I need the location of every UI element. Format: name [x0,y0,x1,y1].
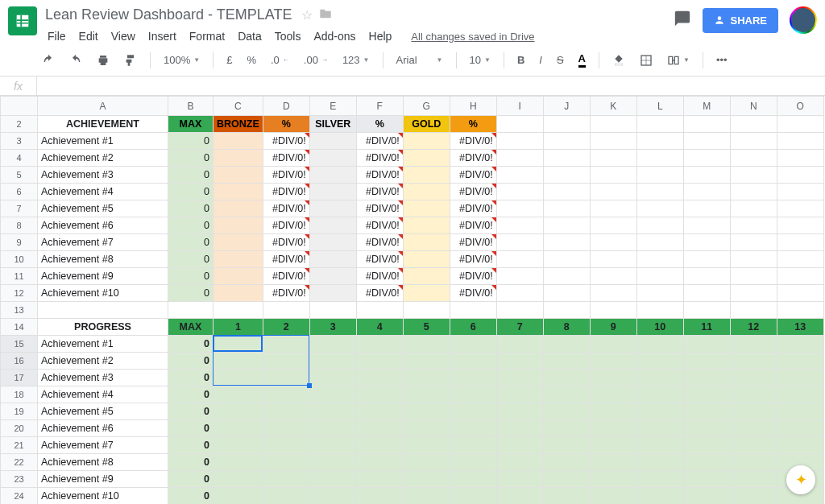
progress-max-value[interactable]: 0 [168,370,214,386]
silver-value[interactable] [309,184,356,200]
progress-cell[interactable] [214,353,263,370]
cell[interactable] [730,116,777,133]
cell[interactable] [214,302,263,319]
cell[interactable] [730,268,777,285]
silver-pct-error[interactable]: #DIV/0! [356,268,403,285]
cell[interactable] [636,184,683,200]
max-value[interactable]: 0 [168,184,214,200]
silver-pct-error[interactable]: #DIV/0! [356,167,403,184]
menu-data[interactable]: Data [232,27,267,46]
borders-button[interactable] [635,51,657,70]
progress-cell[interactable] [730,370,777,386]
cell[interactable] [263,302,309,319]
progress-cell[interactable] [730,454,777,471]
cell[interactable] [543,251,590,268]
max-header[interactable]: MAX [168,116,214,133]
progress-cell[interactable] [496,488,543,505]
col-header-C[interactable]: C [214,97,263,116]
progress-label[interactable]: Achievement #10 [38,488,168,505]
percent-format[interactable]: % [242,51,261,69]
progress-cell[interactable] [636,420,683,437]
bronze-value[interactable] [214,268,263,285]
cell[interactable] [543,285,590,302]
more-toolbar-icon[interactable]: ••• [711,51,732,69]
bronze-value[interactable] [214,150,263,167]
col-header-H[interactable]: H [450,97,496,116]
progress-cell[interactable] [450,454,496,471]
progress-max-header[interactable]: MAX [168,319,214,336]
progress-cell[interactable] [450,488,496,505]
cell[interactable] [683,285,730,302]
progress-cell[interactable] [543,488,590,505]
cell[interactable] [496,268,543,285]
row-header-5[interactable]: 5 [1,167,38,184]
gold-value[interactable] [403,150,450,167]
progress-col-12[interactable]: 12 [730,319,777,336]
cell[interactable] [730,234,777,251]
cell[interactable] [309,302,356,319]
silver-value[interactable] [309,251,356,268]
progress-cell[interactable] [636,403,683,420]
progress-cell[interactable] [450,353,496,370]
progress-cell[interactable] [356,353,403,370]
share-button[interactable]: SHARE [703,8,778,33]
gold-pct-error[interactable]: #DIV/0! [450,167,496,184]
progress-cell[interactable] [356,454,403,471]
cell[interactable] [636,167,683,184]
cell[interactable] [450,302,496,319]
progress-cell[interactable] [730,336,777,353]
progress-cell[interactable] [450,420,496,437]
silver-pct-error[interactable]: #DIV/0! [356,150,403,167]
cell[interactable] [683,200,730,217]
progress-max-value[interactable]: 0 [168,471,214,488]
bronze-pct-error[interactable]: #DIV/0! [263,268,309,285]
progress-cell[interactable] [683,353,730,370]
progress-col-7[interactable]: 7 [496,319,543,336]
progress-cell[interactable] [403,353,450,370]
progress-cell[interactable] [496,336,543,353]
cell[interactable] [730,184,777,200]
progress-cell[interactable] [730,353,777,370]
cell[interactable] [636,200,683,217]
col-header-I[interactable]: I [496,97,543,116]
progress-cell[interactable] [730,386,777,403]
cell[interactable] [636,234,683,251]
account-avatar[interactable] [790,6,817,34]
progress-cell[interactable] [543,370,590,386]
cell[interactable] [777,251,823,268]
progress-col-9[interactable]: 9 [590,319,636,336]
row-header-2[interactable]: 2 [1,116,38,133]
achievement-header[interactable]: ACHIEVEMENT [38,116,168,133]
col-header-N[interactable]: N [730,97,777,116]
col-header-F[interactable]: F [356,97,403,116]
gold-pct-error[interactable]: #DIV/0! [450,217,496,234]
cell[interactable] [496,302,543,319]
progress-cell[interactable] [777,370,823,386]
progress-cell[interactable] [777,420,823,437]
progress-cell[interactable] [309,370,356,386]
progress-cell[interactable] [590,488,636,505]
cell[interactable] [38,302,168,319]
progress-max-value[interactable]: 0 [168,437,214,454]
cell[interactable] [590,285,636,302]
cell[interactable] [683,234,730,251]
progress-col-11[interactable]: 11 [683,319,730,336]
col-header-D[interactable]: D [263,97,309,116]
progress-cell[interactable] [730,420,777,437]
gold-value[interactable] [403,251,450,268]
progress-cell[interactable] [263,370,309,386]
progress-cell[interactable] [683,336,730,353]
cell[interactable] [636,251,683,268]
row-header-21[interactable]: 21 [1,437,38,454]
progress-cell[interactable] [636,370,683,386]
folder-icon[interactable] [319,8,332,23]
progress-cell[interactable] [214,370,263,386]
progress-header[interactable]: PROGRESS [38,319,168,336]
cell[interactable] [636,150,683,167]
cell[interactable] [496,217,543,234]
progress-cell[interactable] [450,386,496,403]
row-header-11[interactable]: 11 [1,268,38,285]
progress-cell[interactable] [496,454,543,471]
progress-cell[interactable] [543,420,590,437]
gold-value[interactable] [403,217,450,234]
